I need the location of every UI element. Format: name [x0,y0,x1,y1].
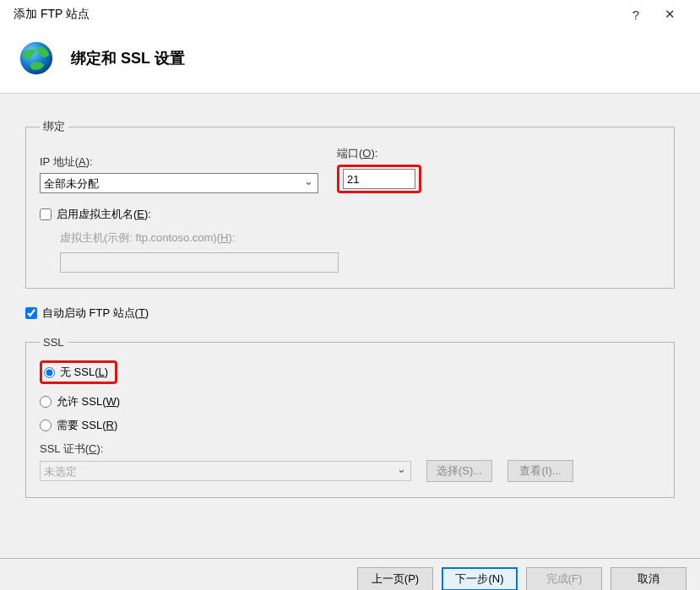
ip-field: IP 地址(A): 全部未分配 [40,154,318,193]
wizard-footer: 上一页(P) 下一步(N) 完成(F) 取消 [0,558,700,590]
ssl-group: SSL 无 SSL(L) 允许 SSL(W) 需要 SSL(R) SSL 证书(… [25,336,675,498]
auto-start-label: 自动启动 FTP 站点(T) [42,306,149,321]
globe-icon [17,39,56,78]
vhost-section: 虚拟主机(示例: ftp.contoso.com)(H): [60,230,660,273]
binding-legend: 绑定 [40,119,68,134]
port-input[interactable] [343,169,415,189]
ssl-legend: SSL [40,336,68,349]
page-title: 绑定和 SSL 设置 [71,48,185,68]
allow-ssl-label: 允许 SSL(W) [57,394,120,409]
close-button[interactable]: ✕ [653,7,686,22]
require-ssl-row: 需要 SSL(R) [40,418,660,433]
prev-button[interactable]: 上一页(P) [357,567,433,590]
vhost-label: 虚拟主机(示例: ftp.contoso.com)(H): [60,230,660,246]
port-highlight [337,165,421,193]
cancel-button[interactable]: 取消 [610,567,686,590]
auto-start-row: 自动启动 FTP 站点(T) [25,306,675,321]
wizard-content: 绑定 IP 地址(A): 全部未分配 端口(O): [0,94,700,590]
port-field: 端口(O): [337,146,421,193]
no-ssl-label: 无 SSL(L) [60,365,108,380]
require-ssl-radio[interactable] [40,419,52,431]
allow-ssl-row: 允许 SSL(W) [40,394,660,409]
cert-view-button: 查看(I)... [507,460,573,482]
help-button[interactable]: ? [619,8,653,22]
wizard-header: 绑定和 SSL 设置 [0,29,700,94]
cert-label: SSL 证书(C): [40,441,660,457]
auto-start-checkbox[interactable] [25,307,37,319]
ip-select[interactable]: 全部未分配 [40,173,318,193]
finish-button: 完成(F) [526,567,602,590]
titlebar: 添加 FTP 站点 ? ✕ [0,0,700,29]
port-label: 端口(O): [337,146,421,161]
next-button[interactable]: 下一步(N) [442,567,518,590]
allow-ssl-radio[interactable] [40,396,52,408]
binding-group: 绑定 IP 地址(A): 全部未分配 端口(O): [25,119,675,289]
no-ssl-radio[interactable] [44,367,55,378]
enable-vhost-checkbox[interactable] [40,208,52,220]
binding-row: IP 地址(A): 全部未分配 端口(O): [40,146,660,193]
enable-vhost-label: 启用虚拟主机名(E): [57,207,151,222]
enable-vhost-row: 启用虚拟主机名(E): [40,207,660,222]
cert-select-button: 选择(S)... [426,460,492,482]
cert-row: 未选定 选择(S)... 查看(I)... [40,460,660,482]
require-ssl-label: 需要 SSL(R) [57,418,117,433]
no-ssl-highlight: 无 SSL(L) [40,360,117,384]
ip-label: IP 地址(A): [40,154,318,170]
cert-select: 未选定 [40,461,411,481]
vhost-input [60,252,339,273]
window-title: 添加 FTP 站点 [14,7,619,22]
